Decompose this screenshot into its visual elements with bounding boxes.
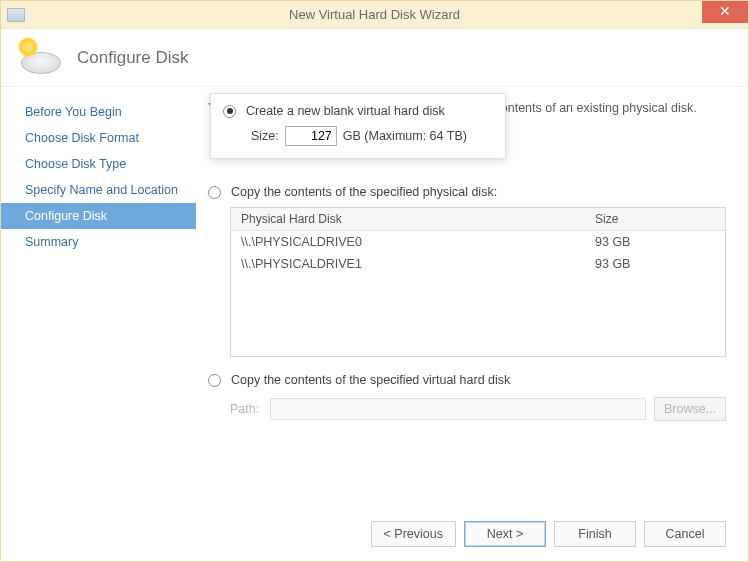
col-header-name[interactable]: Physical Hard Disk — [231, 208, 585, 230]
titlebar: New Virtual Hard Disk Wizard ✕ — [1, 1, 748, 29]
sidebar-item-choose-disk-type[interactable]: Choose Disk Type — [1, 151, 196, 177]
close-button[interactable]: ✕ — [702, 1, 748, 23]
size-suffix: GB (Maximum: 64 TB) — [343, 129, 467, 143]
cell-size: 93 GB — [585, 253, 725, 275]
path-input — [270, 398, 646, 420]
cell-name: \\.\PHYSICALDRIVE1 — [231, 253, 585, 275]
table-row[interactable]: \\.\PHYSICALDRIVE1 93 GB — [231, 253, 725, 275]
sidebar-item-configure-disk[interactable]: Configure Disk — [1, 203, 196, 229]
radio-copy-physical[interactable] — [208, 186, 221, 199]
size-row: Size: GB (Maximum: 64 TB) — [223, 126, 493, 146]
disk-wizard-icon — [19, 38, 63, 78]
finish-button[interactable]: Finish — [554, 521, 636, 547]
wizard-sidebar: Before You Begin Choose Disk Format Choo… — [1, 87, 196, 507]
sidebar-item-before-you-begin[interactable]: Before You Begin — [1, 99, 196, 125]
wizard-footer: < Previous Next > Finish Cancel — [1, 507, 748, 561]
cell-name: \\.\PHYSICALDRIVE0 — [231, 231, 585, 253]
physical-disk-table: Physical Hard Disk Size \\.\PHYSICALDRIV… — [230, 207, 726, 357]
wizard-header: Configure Disk — [1, 29, 748, 87]
col-header-size[interactable]: Size — [585, 208, 725, 230]
radio-create-blank[interactable] — [223, 105, 236, 118]
browse-button: Browse... — [654, 397, 726, 421]
cancel-button[interactable]: Cancel — [644, 521, 726, 547]
table-header: Physical Hard Disk Size — [231, 208, 725, 231]
option-create-blank-label: Create a new blank virtual hard disk — [246, 104, 445, 118]
cell-size: 93 GB — [585, 231, 725, 253]
option-copy-physical-block: Copy the contents of the specified physi… — [208, 181, 726, 357]
option-copy-virtual[interactable]: Copy the contents of the specified virtu… — [208, 369, 726, 391]
option-create-blank[interactable]: Create a new blank virtual hard disk — [223, 104, 493, 126]
sidebar-item-summary[interactable]: Summary — [1, 229, 196, 255]
sidebar-item-specify-name-location[interactable]: Specify Name and Location — [1, 177, 196, 203]
size-input[interactable] — [285, 126, 337, 146]
wizard-window: New Virtual Hard Disk Wizard ✕ Configure… — [0, 0, 749, 562]
path-row: Path: Browse... — [230, 397, 726, 421]
size-label: Size: — [251, 129, 279, 143]
next-button[interactable]: Next > — [464, 521, 546, 547]
option-create-blank-box: Create a new blank virtual hard disk Siz… — [210, 93, 506, 159]
page-title: Configure Disk — [77, 48, 189, 68]
window-title: New Virtual Hard Disk Wizard — [1, 7, 748, 22]
previous-button[interactable]: < Previous — [371, 521, 456, 547]
table-row[interactable]: \\.\PHYSICALDRIVE0 93 GB — [231, 231, 725, 253]
radio-copy-virtual[interactable] — [208, 374, 221, 387]
close-icon: ✕ — [719, 3, 731, 19]
option-copy-physical[interactable]: Copy the contents of the specified physi… — [208, 181, 726, 203]
sidebar-item-choose-disk-format[interactable]: Choose Disk Format — [1, 125, 196, 151]
option-copy-physical-label: Copy the contents of the specified physi… — [231, 185, 497, 199]
option-copy-virtual-block: Copy the contents of the specified virtu… — [208, 369, 726, 421]
wizard-body: Before You Begin Choose Disk Format Choo… — [1, 87, 748, 507]
option-copy-virtual-label: Copy the contents of the specified virtu… — [231, 373, 510, 387]
wizard-main: You can create a blank virtual hard disk… — [196, 87, 748, 507]
path-label: Path: — [230, 402, 270, 416]
